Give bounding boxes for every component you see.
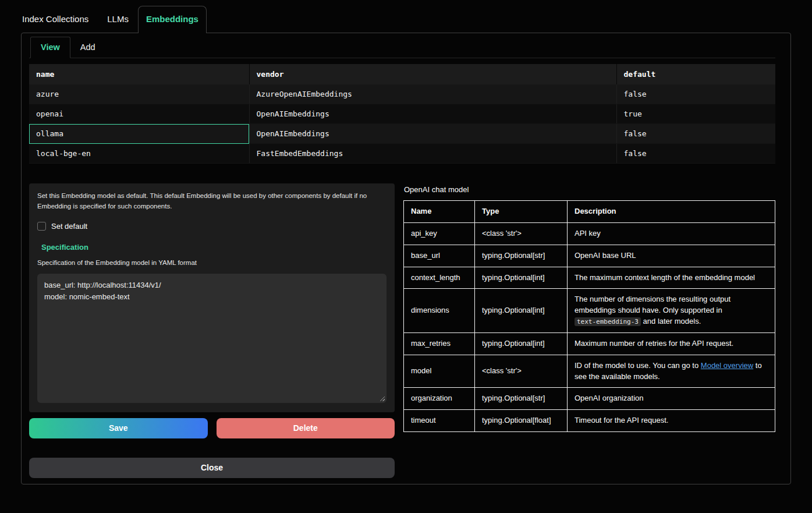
cell-vendor: OpenAIEmbeddings bbox=[249, 104, 616, 124]
param-row-context-length: context_length typing.Optional[int] The … bbox=[404, 267, 775, 289]
model-overview-link[interactable]: Model overview bbox=[701, 361, 753, 370]
yaml-editor-wrap: base_url: http://localhost:11434/v1/ mod… bbox=[37, 274, 387, 403]
table-row-ollama-selected[interactable]: ollama OpenAIEmbeddings false bbox=[29, 124, 775, 144]
table-row-local-bge-en[interactable]: local-bge-en FastEmbedEmbeddings false bbox=[29, 144, 775, 164]
param-type: typing.Optional[int] bbox=[475, 332, 568, 355]
cell-name: local-bge-en bbox=[29, 144, 249, 164]
cell-default: true bbox=[616, 104, 775, 124]
yaml-editor[interactable]: base_url: http://localhost:11434/v1/ mod… bbox=[37, 274, 387, 403]
column-header-default[interactable]: default bbox=[616, 64, 775, 84]
param-name: max_retries bbox=[404, 332, 475, 355]
set-default-checkbox[interactable] bbox=[37, 222, 46, 231]
param-type: <class 'str'> bbox=[475, 355, 568, 388]
app-root: Index Collections LLMs Embeddings View A… bbox=[0, 0, 812, 484]
param-description: Maximum number of retries for the API re… bbox=[568, 332, 775, 355]
param-name: model bbox=[404, 355, 475, 388]
set-default-row: Set default bbox=[37, 222, 387, 231]
param-name: timeout bbox=[404, 410, 475, 432]
table-row-openai[interactable]: openai OpenAIEmbeddings true bbox=[29, 104, 775, 124]
param-name: base_url bbox=[404, 245, 475, 267]
param-type: typing.Optional[float] bbox=[475, 410, 568, 432]
param-description: ID of the model to use. You can go to Mo… bbox=[568, 355, 775, 388]
param-row-api-key: api_key <class 'str'> API key bbox=[404, 222, 775, 245]
cell-default: false bbox=[616, 124, 775, 144]
main-tabbar: Index Collections LLMs Embeddings bbox=[21, 6, 791, 33]
param-row-dimensions: dimensions typing.Optional[int] The numb… bbox=[404, 289, 775, 333]
cell-default: false bbox=[616, 84, 775, 104]
subtab-add[interactable]: Add bbox=[70, 37, 105, 58]
cell-name-selected: ollama bbox=[29, 124, 249, 144]
param-description: OpenAI organization bbox=[568, 388, 775, 410]
param-name: context_length bbox=[404, 267, 475, 289]
parameter-table-header-row: Name Type Description bbox=[404, 201, 775, 223]
param-description: API key bbox=[568, 222, 775, 245]
description-text: The number of dimensions the resulting o… bbox=[575, 295, 731, 314]
cell-default: false bbox=[616, 144, 775, 164]
embeddings-panel: View Add name vendor default azure Azure… bbox=[21, 33, 791, 484]
column-header-vendor[interactable]: vendor bbox=[249, 64, 616, 84]
close-button[interactable]: Close bbox=[29, 458, 395, 478]
embeddings-table-header-row: name vendor default bbox=[29, 64, 775, 84]
subtab-view[interactable]: View bbox=[30, 37, 70, 58]
cell-vendor: OpenAIEmbeddings bbox=[249, 124, 616, 144]
save-button[interactable]: Save bbox=[29, 418, 208, 438]
column-header-name[interactable]: name bbox=[29, 64, 249, 84]
action-buttons: Save Delete bbox=[29, 418, 395, 438]
param-row-base-url: base_url typing.Optional[str] OpenAI bas… bbox=[404, 245, 775, 267]
table-row-azure[interactable]: azure AzureOpenAIEmbeddings false bbox=[29, 84, 775, 104]
cell-name: azure bbox=[29, 84, 249, 104]
inline-code: text-embedding-3 bbox=[575, 317, 641, 326]
set-default-label: Set default bbox=[51, 222, 87, 231]
cell-vendor: AzureOpenAIEmbeddings bbox=[249, 84, 616, 104]
param-row-timeout: timeout typing.Optional[float] Timeout f… bbox=[404, 410, 775, 432]
param-description: The number of dimensions the resulting o… bbox=[568, 289, 775, 333]
model-info-title: OpenAI chat model bbox=[404, 185, 775, 194]
model-info-column: OpenAI chat model Name Type Description … bbox=[403, 183, 775, 478]
description-text: ID of the model to use. You can go to bbox=[575, 361, 701, 370]
param-row-organization: organization typing.Optional[str] OpenAI… bbox=[404, 388, 775, 410]
param-name: organization bbox=[404, 388, 475, 410]
param-name: api_key bbox=[404, 222, 475, 245]
specification-caption: Specification of the Embedding model in … bbox=[37, 259, 387, 266]
param-row-max-retries: max_retries typing.Optional[int] Maximum… bbox=[404, 332, 775, 355]
param-description: OpenAI base URL bbox=[568, 245, 775, 267]
embeddings-table: name vendor default azure AzureOpenAIEmb… bbox=[29, 64, 775, 164]
edit-column: Set this Embedding model as default. Thi… bbox=[29, 183, 395, 478]
param-header-description: Description bbox=[568, 201, 775, 223]
param-type: typing.Optional[int] bbox=[475, 267, 568, 289]
cell-vendor: FastEmbedEmbeddings bbox=[249, 144, 616, 164]
param-type: typing.Optional[str] bbox=[475, 245, 568, 267]
param-name: dimensions bbox=[404, 289, 475, 333]
param-description: Timeout for the API request. bbox=[568, 410, 775, 432]
tab-embeddings[interactable]: Embeddings bbox=[138, 6, 207, 33]
delete-button[interactable]: Delete bbox=[217, 418, 395, 438]
detail-area: Set this Embedding model as default. Thi… bbox=[29, 183, 775, 478]
default-description: Set this Embedding model as default. Thi… bbox=[37, 190, 387, 212]
description-text: and later models. bbox=[641, 317, 701, 326]
param-type: <class 'str'> bbox=[475, 222, 568, 245]
tab-llms[interactable]: LLMs bbox=[98, 6, 138, 33]
param-description: The maximum context length of the embedd… bbox=[568, 267, 775, 289]
parameter-table: Name Type Description api_key <class 'st… bbox=[403, 200, 775, 432]
param-row-model: model <class 'str'> ID of the model to u… bbox=[404, 355, 775, 388]
param-type: typing.Optional[str] bbox=[475, 388, 568, 410]
default-settings-card: Set this Embedding model as default. Thi… bbox=[29, 183, 395, 412]
param-type: typing.Optional[int] bbox=[475, 289, 568, 333]
param-header-name: Name bbox=[404, 201, 475, 223]
param-header-type: Type bbox=[475, 201, 568, 223]
tab-index-collections[interactable]: Index Collections bbox=[21, 6, 98, 33]
sub-tabbar: View Add bbox=[29, 33, 775, 58]
specification-heading: Specification bbox=[41, 243, 387, 252]
cell-name: openai bbox=[29, 104, 249, 124]
